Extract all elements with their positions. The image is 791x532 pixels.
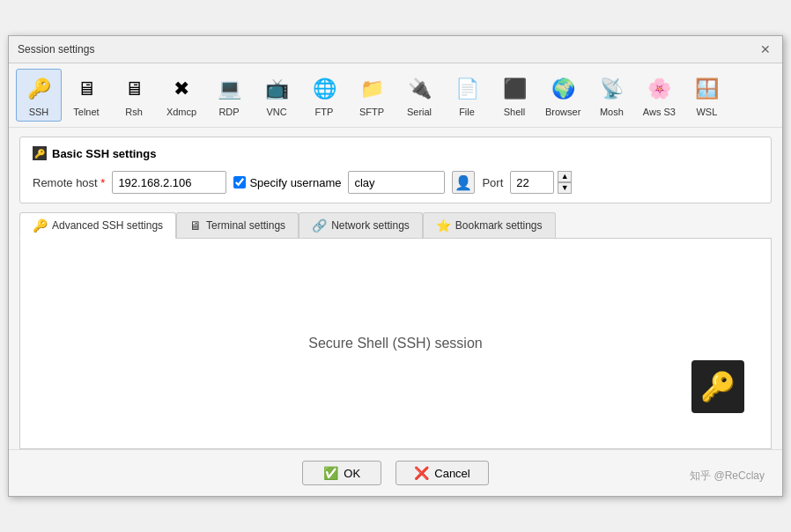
- port-spin-up[interactable]: ▲: [558, 171, 572, 182]
- protocol-serial[interactable]: 🔌 Serial: [396, 69, 442, 122]
- file-label: File: [459, 107, 475, 117]
- tab-bookmark[interactable]: ⭐ Bookmark settings: [423, 212, 556, 238]
- terminal-tab-label: Terminal settings: [206, 219, 285, 232]
- specify-username-checkbox-label[interactable]: Specify username: [233, 176, 341, 189]
- port-input[interactable]: [510, 171, 554, 194]
- serial-icon: 🔌: [403, 73, 435, 105]
- xdmcp-icon: ✖: [166, 73, 197, 105]
- protocol-file[interactable]: 📄 File: [444, 69, 490, 122]
- ssh-label: SSH: [29, 107, 49, 117]
- port-spinner: ▲ ▼: [558, 171, 572, 194]
- tab-content-area: Secure Shell (SSH) session 🔑: [19, 238, 772, 449]
- protocol-rdp[interactable]: 💻 RDP: [206, 69, 252, 122]
- ssh-session-description: Secure Shell (SSH) session: [308, 336, 482, 351]
- browser-icon: 🌍: [547, 73, 579, 105]
- rsh-label: Rsh: [125, 107, 143, 117]
- dialog-title: Session settings: [18, 43, 94, 55]
- mosh-icon: 📡: [595, 73, 627, 105]
- dialog-footer: ✅ OK ❌ Cancel 知乎 @ReCclay: [9, 449, 782, 496]
- network-tab-icon: 🔗: [312, 218, 327, 233]
- protocol-ftp[interactable]: 🌐 FTP: [301, 69, 347, 122]
- tab-terminal[interactable]: 🖥 Terminal settings: [176, 212, 299, 238]
- awss3-label: Aws S3: [643, 107, 676, 117]
- ftp-label: FTP: [315, 107, 334, 117]
- shell-label: Shell: [504, 107, 525, 117]
- specify-username-checkbox[interactable]: [233, 176, 246, 188]
- protocol-browser[interactable]: 🌍 Browser: [539, 69, 587, 122]
- protocol-ssh[interactable]: 🔑 SSH: [16, 69, 62, 122]
- sftp-icon: 📁: [356, 73, 388, 105]
- wsl-label: WSL: [696, 107, 717, 117]
- bookmark-tab-label: Bookmark settings: [455, 219, 543, 232]
- sftp-label: SFTP: [359, 107, 384, 117]
- remote-host-label: Remote host *: [33, 176, 105, 189]
- shell-icon: ⬛: [499, 73, 530, 105]
- rdp-icon: 💻: [213, 73, 245, 105]
- protocol-toolbar: 🔑 SSH 🖥 Telnet 🖥 Rsh ✖ Xdmcp 💻 RDP 📺 VNC…: [9, 63, 782, 128]
- tabs-row: 🔑 Advanced SSH settings 🖥 Terminal setti…: [19, 212, 772, 238]
- rsh-icon: 🖥: [118, 73, 150, 105]
- bookmark-tab-icon: ⭐: [436, 218, 451, 233]
- vnc-icon: 📺: [261, 73, 292, 105]
- protocol-mosh[interactable]: 📡 Mosh: [588, 69, 634, 122]
- session-settings-dialog: Session settings ✕ 🔑 SSH 🖥 Telnet 🖥 Rsh …: [8, 35, 783, 497]
- network-tab-label: Network settings: [331, 219, 410, 232]
- file-icon: 📄: [451, 73, 483, 105]
- wsl-icon: 🪟: [691, 73, 722, 105]
- advanced-tabs-container: 🔑 Advanced SSH settings 🖥 Terminal setti…: [19, 212, 772, 449]
- tab-network[interactable]: 🔗 Network settings: [299, 212, 423, 238]
- ftp-icon: 🌐: [308, 73, 340, 105]
- cancel-button[interactable]: ❌ Cancel: [396, 461, 488, 485]
- xdmcp-label: Xdmcp: [166, 107, 196, 117]
- watermark: 知乎 @ReCclay: [690, 469, 765, 484]
- serial-label: Serial: [407, 107, 432, 117]
- terminal-tab-icon: 🖥: [189, 218, 202, 233]
- awss3-icon: 🌸: [643, 73, 675, 105]
- titlebar: Session settings ✕: [9, 36, 782, 63]
- username-input[interactable]: [348, 171, 445, 194]
- rdp-label: RDP: [218, 107, 239, 117]
- settings-field-row: Remote host * Specify username 👤 Port ▲ …: [33, 171, 758, 194]
- protocol-rsh[interactable]: 🖥 Rsh: [111, 69, 157, 122]
- basic-settings-panel: 🔑 Basic SSH settings Remote host * Speci…: [19, 137, 772, 203]
- user-browse-button[interactable]: 👤: [452, 171, 475, 194]
- advanced-tab-label: Advanced SSH settings: [52, 219, 163, 232]
- telnet-icon: 🖥: [70, 73, 102, 105]
- key-icon: 🔑: [691, 360, 744, 413]
- protocol-xdmcp[interactable]: ✖ Xdmcp: [159, 69, 204, 122]
- protocol-vnc[interactable]: 📺 VNC: [254, 69, 299, 122]
- protocol-shell[interactable]: ⬛ Shell: [492, 69, 537, 122]
- advanced-tab-icon: 🔑: [33, 218, 48, 233]
- basic-settings-header: 🔑 Basic SSH settings: [33, 146, 758, 160]
- port-spin-down[interactable]: ▼: [558, 182, 572, 194]
- panel-icon: 🔑: [33, 146, 47, 160]
- port-label: Port: [482, 176, 503, 189]
- required-star: *: [100, 176, 105, 189]
- port-group: ▲ ▼: [510, 171, 572, 194]
- tab-advanced[interactable]: 🔑 Advanced SSH settings: [19, 212, 176, 239]
- protocol-wsl[interactable]: 🪟 WSL: [684, 69, 729, 122]
- remote-host-input[interactable]: [112, 171, 226, 194]
- browser-label: Browser: [545, 107, 580, 117]
- vnc-label: VNC: [266, 107, 286, 117]
- telnet-label: Telnet: [73, 107, 99, 117]
- ok-icon: ✅: [323, 466, 338, 480]
- protocol-telnet[interactable]: 🖥 Telnet: [63, 69, 109, 122]
- cancel-icon: ❌: [414, 466, 429, 480]
- mosh-label: Mosh: [600, 107, 624, 117]
- protocol-sftp[interactable]: 📁 SFTP: [349, 69, 395, 122]
- protocol-awss3[interactable]: 🌸 Aws S3: [636, 69, 682, 122]
- ssh-icon: 🔑: [23, 73, 55, 105]
- panel-header-label: Basic SSH settings: [52, 147, 157, 160]
- close-button[interactable]: ✕: [758, 41, 773, 57]
- ok-button[interactable]: ✅ OK: [302, 461, 381, 485]
